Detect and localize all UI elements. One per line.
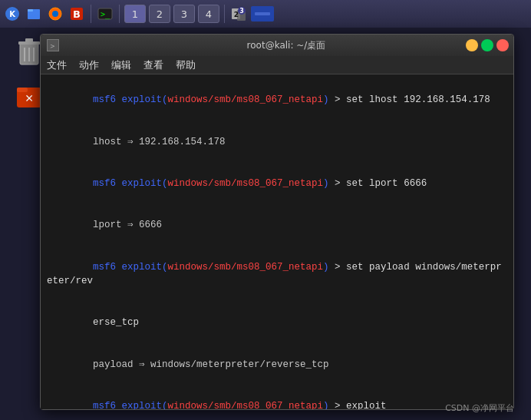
menu-action[interactable]: 动作 <box>79 58 99 72</box>
terminal-window-buttons <box>466 39 509 51</box>
app-red-icon[interactable]: B <box>68 5 86 23</box>
svg-text:B: B <box>73 8 81 20</box>
kali-icon[interactable]: K <box>3 5 21 23</box>
menu-view[interactable]: 查看 <box>143 58 163 72</box>
workspace-4-button[interactable]: 4 <box>198 5 219 23</box>
menu-edit[interactable]: 编辑 <box>111 58 131 72</box>
terminal-line: msf6 exploit(windows/smb/ms08_067_netapi… <box>47 79 507 121</box>
browser-icon[interactable] <box>46 5 64 23</box>
terminal-line: msf6 exploit(windows/smb/ms08_067_netapi… <box>47 385 507 409</box>
svg-text:2: 2 <box>234 11 239 18</box>
blue-bar-icon[interactable] <box>251 6 274 21</box>
svg-text:>_: >_ <box>101 10 110 19</box>
menu-file[interactable]: 文件 <box>47 58 67 72</box>
terminal-titlebar: > root@kali: ~/桌面 <box>41 35 513 56</box>
svg-text:3: 3 <box>239 8 244 15</box>
terminal-body[interactable]: msf6 exploit(windows/smb/ms08_067_netapi… <box>41 74 513 409</box>
menu-help[interactable]: 帮助 <box>176 58 196 72</box>
maximize-button[interactable] <box>481 39 493 51</box>
terminal-line: lhost ⇒ 192.168.154.178 <box>47 121 507 162</box>
terminal-window: > root@kali: ~/桌面 文件 动作 编辑 查看 帮助 msf6 ex… <box>40 34 514 410</box>
workspace-3-button[interactable]: 3 <box>173 5 195 23</box>
watermark: CSDN @净网平台 <box>445 402 514 414</box>
minimize-button[interactable] <box>466 39 478 51</box>
terminal-line: erse_tcp <box>47 302 507 343</box>
svg-point-5 <box>52 11 58 17</box>
app-switcher-icon[interactable]: 2 3 <box>229 5 248 23</box>
terminal-menu: 文件 动作 编辑 查看 帮助 <box>41 56 513 74</box>
workspace-2-button[interactable]: 2 <box>149 5 170 23</box>
taskbar: K B >_ 1 2 3 4 <box>0 0 531 28</box>
terminal-line: payload ⇒ windows/meterpreter/reverse_tc… <box>47 343 507 385</box>
close-button[interactable] <box>496 39 509 51</box>
terminal-icon[interactable]: >_ <box>96 5 114 23</box>
terminal-title: root@kali: ~/桌面 <box>65 39 507 52</box>
sep3 <box>224 5 225 23</box>
svg-rect-17 <box>25 38 33 42</box>
sep2 <box>119 5 120 23</box>
svg-rect-3 <box>28 9 33 12</box>
svg-text:✕: ✕ <box>25 92 34 104</box>
terminal-line: msf6 exploit(windows/smb/ms08_067_netapi… <box>47 163 507 204</box>
files-icon[interactable] <box>25 5 43 23</box>
terminal-line: msf6 exploit(windows/smb/ms08_067_netapi… <box>47 246 507 303</box>
svg-text:K: K <box>9 10 16 18</box>
svg-text:>: > <box>50 43 55 50</box>
desktop: ✕ > root@kali: ~/桌面 文件 动作 <box>0 28 531 420</box>
terminal-line: lport ⇒ 6666 <box>47 204 507 246</box>
workspace-1-button[interactable]: 1 <box>124 5 146 23</box>
terminal-title-icon: > <box>47 39 59 51</box>
sep1 <box>91 5 91 23</box>
